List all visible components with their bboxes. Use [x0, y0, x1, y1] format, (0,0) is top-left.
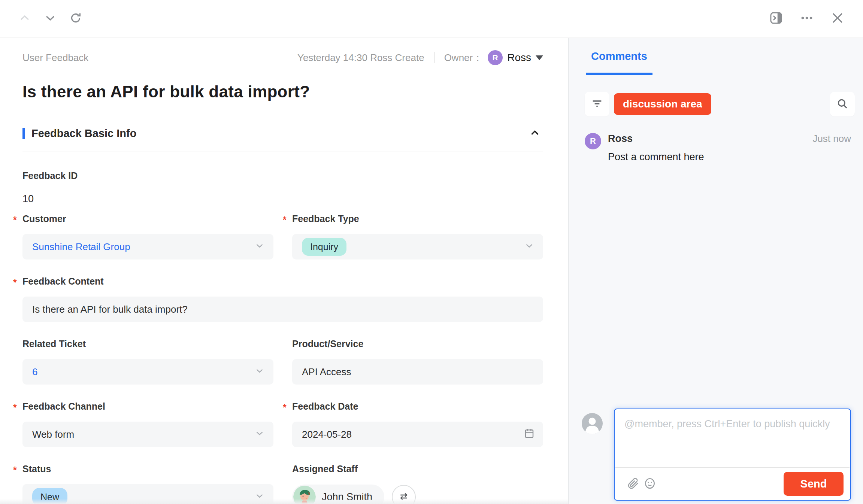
page-title: Is there an API for bulk data import?	[22, 82, 543, 101]
reassign-staff-button[interactable]	[392, 485, 416, 504]
staff-name: John Smith	[322, 491, 372, 503]
more-icon	[800, 11, 814, 26]
owner-name: Ross	[507, 52, 531, 64]
next-record-button[interactable]	[42, 10, 58, 27]
field-label: * Feedback Channel	[22, 400, 273, 413]
attach-file-button[interactable]	[625, 476, 642, 492]
refresh-icon	[69, 11, 82, 26]
comment-timestamp: Just now	[812, 133, 851, 145]
field-label: * Status	[22, 462, 273, 475]
comment-text: Post a comment here	[608, 151, 851, 163]
emoji-button[interactable]	[642, 476, 658, 492]
chevron-up-icon	[529, 127, 541, 140]
required-marker: *	[283, 401, 287, 414]
refresh-button[interactable]	[67, 10, 84, 27]
related-ticket-select[interactable]: 6	[22, 359, 273, 385]
current-user-avatar	[582, 413, 603, 434]
field-product-service: Product/Service API Access	[292, 337, 543, 385]
chevron-down-icon	[254, 365, 265, 379]
field-label: Product/Service	[292, 337, 543, 350]
field-label: * Feedback Content	[22, 275, 543, 288]
field-feedback-content: * Feedback Content Is there an API for b…	[22, 275, 543, 322]
comment-composer: Send	[582, 409, 851, 501]
field-customer: * Customer Sunshine Retail Group	[22, 212, 273, 259]
chevron-down-icon	[524, 240, 535, 254]
field-label: Feedback ID	[22, 169, 543, 182]
feedback-channel-text: Web form	[32, 429, 74, 440]
assigned-staff-row: John Smith	[292, 484, 543, 504]
feedback-channel-select[interactable]: Web form	[22, 422, 273, 447]
section-accent-bar	[22, 128, 25, 139]
record-header: User Feedback Yesterday 14:30 Ross Creat…	[22, 50, 543, 65]
field-feedback-channel: * Feedback Channel Web form	[22, 400, 273, 447]
feedback-id-value: 10	[22, 193, 543, 205]
field-label: * Feedback Type	[292, 212, 543, 225]
field-label-text: Related Ticket	[22, 338, 86, 349]
field-label-text: Feedback Type	[292, 213, 359, 224]
toolbar-right-group	[768, 10, 846, 27]
field-label-text: Assigned Staff	[292, 464, 358, 474]
more-actions-button[interactable]	[799, 10, 815, 27]
required-marker: *	[13, 276, 17, 289]
customer-select[interactable]: Sunshine Retail Group	[22, 234, 273, 259]
feedback-date-text: 2024-05-28	[302, 429, 352, 440]
comment-author: Ross	[608, 133, 633, 145]
swap-icon	[398, 491, 410, 504]
feedback-content-input[interactable]: Is there an API for bulk data import?	[22, 297, 543, 322]
comment-input-box: Send	[614, 409, 851, 501]
customer-link[interactable]: Sunshine Retail Group	[32, 241, 130, 253]
field-grid: Feedback ID 10 * Customer Sunshine Retai…	[22, 169, 543, 504]
chevron-down-icon	[44, 12, 57, 25]
comments-filter-row: discussion area	[585, 92, 855, 116]
section-header-basic-info: Feedback Basic Info	[22, 125, 543, 142]
owner-selector[interactable]: Owner： R Ross	[444, 50, 543, 65]
comment-body: Ross Just now Post a comment here	[608, 133, 851, 163]
meta-divider	[434, 52, 434, 63]
paperclip-icon	[627, 477, 640, 491]
close-button[interactable]	[829, 10, 846, 27]
tab-comments[interactable]: Comments	[591, 38, 647, 75]
created-meta-text: Yesterday 14:30 Ross Create	[297, 52, 424, 64]
feedback-type-select[interactable]: Inquiry	[292, 234, 543, 259]
product-service-input[interactable]: API Access	[292, 359, 543, 385]
calendar-icon	[524, 428, 535, 441]
required-marker: *	[13, 213, 17, 226]
field-label-text: Feedback ID	[22, 170, 78, 181]
field-label-text: Status	[22, 464, 51, 474]
field-label: * Feedback Date	[292, 400, 543, 413]
open-side-panel-button[interactable]	[768, 10, 784, 27]
comments-tabbar: Comments	[569, 38, 863, 75]
composer-toolbar: Send	[615, 468, 850, 500]
owner-avatar: R	[488, 50, 503, 65]
discussion-area-badge: discussion area	[614, 93, 711, 115]
field-label-text: Product/Service	[292, 338, 363, 349]
required-marker: *	[283, 213, 287, 226]
record-meta: Yesterday 14:30 Ross Create Owner： R Ros…	[297, 50, 543, 65]
related-ticket-link[interactable]: 6	[32, 366, 37, 378]
feedback-date-picker[interactable]: 2024-05-28	[292, 422, 543, 447]
smiley-icon	[644, 477, 656, 491]
field-label-text: Feedback Channel	[22, 401, 105, 412]
send-button[interactable]: Send	[784, 472, 844, 496]
field-label-text: Customer	[22, 213, 66, 224]
window-content: User Feedback Yesterday 14:30 Ross Creat…	[0, 38, 863, 504]
chevron-down-icon	[254, 490, 265, 504]
feedback-type-tag: Inquiry	[302, 238, 346, 256]
window-toolbar	[0, 0, 863, 37]
comments-filter-button[interactable]	[585, 92, 609, 116]
assigned-staff-chip[interactable]: John Smith	[292, 485, 384, 504]
field-label-text: Feedback Date	[292, 401, 358, 412]
product-service-text: API Access	[302, 366, 351, 378]
comments-search-button[interactable]	[830, 92, 855, 116]
status-select[interactable]: New	[22, 484, 273, 504]
chevron-down-icon	[254, 428, 265, 441]
comment-item: R Ross Just now Post a comment here	[585, 133, 851, 163]
comment-input[interactable]	[615, 409, 850, 467]
caret-down-icon	[536, 55, 543, 60]
previous-record-button[interactable]	[16, 10, 33, 27]
section-collapse-button[interactable]	[527, 125, 543, 142]
side-panel-icon	[769, 11, 783, 26]
required-marker: *	[13, 464, 17, 476]
required-marker: *	[13, 401, 17, 414]
field-label-text: Feedback Content	[22, 276, 104, 286]
